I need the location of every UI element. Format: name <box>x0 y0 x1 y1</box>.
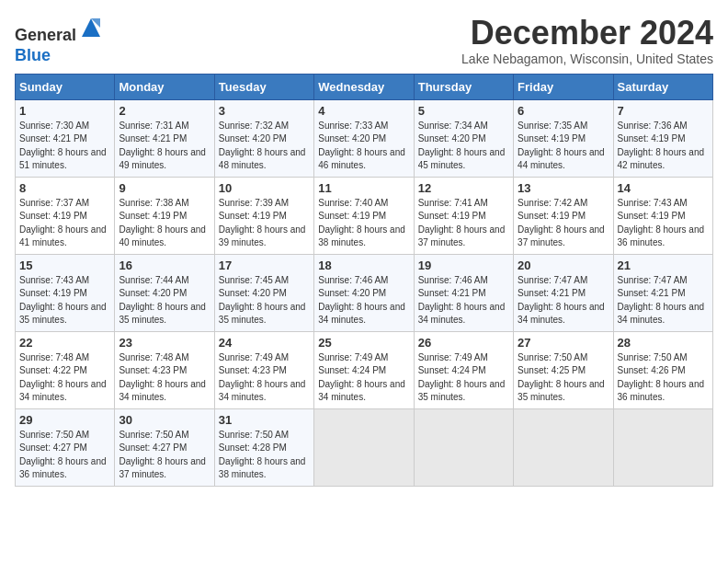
day-detail: Sunrise: 7:43 AMSunset: 4:19 PMDaylight:… <box>618 198 705 248</box>
day-detail: Sunrise: 7:39 AMSunset: 4:19 PMDaylight:… <box>219 198 306 248</box>
day-number: 24 <box>219 336 310 350</box>
day-number: 3 <box>219 104 310 118</box>
day-detail: Sunrise: 7:40 AMSunset: 4:19 PMDaylight:… <box>318 198 405 248</box>
calendar-cell: 4Sunrise: 7:33 AMSunset: 4:20 PMDaylight… <box>314 99 414 177</box>
calendar-cell: 16Sunrise: 7:44 AMSunset: 4:20 PMDayligh… <box>115 254 214 331</box>
day-number: 11 <box>318 181 409 195</box>
day-detail: Sunrise: 7:50 AMSunset: 4:28 PMDaylight:… <box>219 430 306 480</box>
day-number: 5 <box>418 104 509 118</box>
calendar-cell: 22Sunrise: 7:48 AMSunset: 4:22 PMDayligh… <box>16 331 115 408</box>
calendar-cell: 28Sunrise: 7:50 AMSunset: 4:26 PMDayligh… <box>613 331 712 408</box>
dow-header: Wednesday <box>314 74 414 99</box>
day-number: 23 <box>119 336 210 350</box>
dow-header: Saturday <box>613 74 712 99</box>
calendar-cell: 29Sunrise: 7:50 AMSunset: 4:27 PMDayligh… <box>16 408 115 486</box>
day-detail: Sunrise: 7:33 AMSunset: 4:20 PMDaylight:… <box>318 121 405 171</box>
calendar-table: SundayMondayTuesdayWednesdayThursdayFrid… <box>15 74 713 487</box>
day-detail: Sunrise: 7:49 AMSunset: 4:23 PMDaylight:… <box>219 352 306 403</box>
day-detail: Sunrise: 7:50 AMSunset: 4:27 PMDaylight:… <box>19 430 107 480</box>
day-detail: Sunrise: 7:48 AMSunset: 4:22 PMDaylight:… <box>19 352 107 403</box>
day-number: 18 <box>318 259 409 272</box>
day-number: 17 <box>219 259 310 272</box>
calendar-cell: 2Sunrise: 7:31 AMSunset: 4:21 PMDaylight… <box>115 99 214 177</box>
day-detail: Sunrise: 7:49 AMSunset: 4:24 PMDaylight:… <box>418 352 506 403</box>
day-number: 12 <box>418 181 509 195</box>
calendar-week-row: 8Sunrise: 7:37 AMSunset: 4:19 PMDaylight… <box>16 177 713 254</box>
logo-icon <box>78 15 104 40</box>
day-number: 13 <box>518 181 609 195</box>
calendar-cell: 26Sunrise: 7:49 AMSunset: 4:24 PMDayligh… <box>414 331 513 408</box>
dow-header: Tuesday <box>214 74 313 99</box>
calendar-week-row: 1Sunrise: 7:30 AMSunset: 4:21 PMDaylight… <box>16 99 713 177</box>
day-of-week-row: SundayMondayTuesdayWednesdayThursdayFrid… <box>16 74 713 99</box>
logo-blue: Blue <box>15 46 51 64</box>
calendar-cell: 19Sunrise: 7:46 AMSunset: 4:21 PMDayligh… <box>414 254 513 331</box>
calendar-cell: 17Sunrise: 7:45 AMSunset: 4:20 PMDayligh… <box>214 254 313 331</box>
day-detail: Sunrise: 7:32 AMSunset: 4:20 PMDaylight:… <box>219 121 306 171</box>
day-number: 16 <box>119 259 210 272</box>
calendar-cell: 6Sunrise: 7:35 AMSunset: 4:19 PMDaylight… <box>514 99 613 177</box>
day-number: 6 <box>518 104 609 118</box>
calendar-week-row: 15Sunrise: 7:43 AMSunset: 4:19 PMDayligh… <box>16 254 713 331</box>
calendar-cell: 7Sunrise: 7:36 AMSunset: 4:19 PMDaylight… <box>613 99 712 177</box>
dow-header: Monday <box>115 74 214 99</box>
calendar-cell <box>514 408 613 486</box>
day-number: 15 <box>19 259 110 272</box>
calendar-cell: 11Sunrise: 7:40 AMSunset: 4:19 PMDayligh… <box>314 177 414 254</box>
day-detail: Sunrise: 7:46 AMSunset: 4:20 PMDaylight:… <box>318 275 405 326</box>
day-number: 25 <box>318 336 409 350</box>
logo-text: General Blue <box>15 15 104 65</box>
day-number: 21 <box>618 259 709 272</box>
day-detail: Sunrise: 7:37 AMSunset: 4:19 PMDaylight:… <box>19 198 107 248</box>
day-number: 2 <box>119 104 210 118</box>
day-detail: Sunrise: 7:35 AMSunset: 4:19 PMDaylight:… <box>518 121 605 171</box>
calendar-cell: 5Sunrise: 7:34 AMSunset: 4:20 PMDaylight… <box>414 99 513 177</box>
day-number: 26 <box>418 336 509 350</box>
day-detail: Sunrise: 7:38 AMSunset: 4:19 PMDaylight:… <box>119 198 206 248</box>
calendar-cell: 31Sunrise: 7:50 AMSunset: 4:28 PMDayligh… <box>214 408 313 486</box>
day-detail: Sunrise: 7:46 AMSunset: 4:21 PMDaylight:… <box>418 275 506 326</box>
calendar-cell: 9Sunrise: 7:38 AMSunset: 4:19 PMDaylight… <box>115 177 214 254</box>
day-detail: Sunrise: 7:45 AMSunset: 4:20 PMDaylight:… <box>219 275 306 326</box>
day-detail: Sunrise: 7:43 AMSunset: 4:19 PMDaylight:… <box>19 275 107 326</box>
calendar-body: 1Sunrise: 7:30 AMSunset: 4:21 PMDaylight… <box>16 99 713 486</box>
page-header: General Blue December 2024 Lake Nebagamo… <box>15 15 713 66</box>
day-number: 29 <box>19 413 110 427</box>
day-number: 28 <box>618 336 709 350</box>
dow-header: Friday <box>514 74 613 99</box>
day-detail: Sunrise: 7:30 AMSunset: 4:21 PMDaylight:… <box>19 121 107 171</box>
calendar-cell: 1Sunrise: 7:30 AMSunset: 4:21 PMDaylight… <box>16 99 115 177</box>
day-detail: Sunrise: 7:36 AMSunset: 4:19 PMDaylight:… <box>618 121 705 171</box>
day-detail: Sunrise: 7:41 AMSunset: 4:19 PMDaylight:… <box>418 198 506 248</box>
day-detail: Sunrise: 7:34 AMSunset: 4:20 PMDaylight:… <box>418 121 506 171</box>
day-number: 14 <box>618 181 709 195</box>
day-number: 10 <box>219 181 310 195</box>
day-number: 1 <box>19 104 110 118</box>
calendar-cell: 14Sunrise: 7:43 AMSunset: 4:19 PMDayligh… <box>613 177 712 254</box>
calendar-cell: 10Sunrise: 7:39 AMSunset: 4:19 PMDayligh… <box>214 177 313 254</box>
calendar-cell: 25Sunrise: 7:49 AMSunset: 4:24 PMDayligh… <box>314 331 414 408</box>
day-number: 8 <box>19 181 110 195</box>
calendar-cell: 15Sunrise: 7:43 AMSunset: 4:19 PMDayligh… <box>16 254 115 331</box>
calendar-cell: 24Sunrise: 7:49 AMSunset: 4:23 PMDayligh… <box>214 331 313 408</box>
title-area: December 2024 Lake Nebagamon, Wisconsin,… <box>461 15 713 66</box>
day-number: 27 <box>518 336 609 350</box>
dow-header: Thursday <box>414 74 513 99</box>
day-number: 22 <box>19 336 110 350</box>
calendar-cell: 3Sunrise: 7:32 AMSunset: 4:20 PMDaylight… <box>214 99 313 177</box>
calendar-cell: 20Sunrise: 7:47 AMSunset: 4:21 PMDayligh… <box>514 254 613 331</box>
day-detail: Sunrise: 7:47 AMSunset: 4:21 PMDaylight:… <box>618 275 705 326</box>
calendar-cell: 21Sunrise: 7:47 AMSunset: 4:21 PMDayligh… <box>613 254 712 331</box>
day-number: 20 <box>518 259 609 272</box>
day-detail: Sunrise: 7:48 AMSunset: 4:23 PMDaylight:… <box>119 352 206 403</box>
day-number: 30 <box>119 413 210 427</box>
calendar-cell: 12Sunrise: 7:41 AMSunset: 4:19 PMDayligh… <box>414 177 513 254</box>
calendar-cell <box>414 408 513 486</box>
day-number: 31 <box>219 413 310 427</box>
calendar-cell: 18Sunrise: 7:46 AMSunset: 4:20 PMDayligh… <box>314 254 414 331</box>
calendar-cell: 27Sunrise: 7:50 AMSunset: 4:25 PMDayligh… <box>514 331 613 408</box>
calendar-cell: 23Sunrise: 7:48 AMSunset: 4:23 PMDayligh… <box>115 331 214 408</box>
logo: General Blue <box>15 15 104 65</box>
calendar-cell: 13Sunrise: 7:42 AMSunset: 4:19 PMDayligh… <box>514 177 613 254</box>
calendar-cell <box>613 408 712 486</box>
